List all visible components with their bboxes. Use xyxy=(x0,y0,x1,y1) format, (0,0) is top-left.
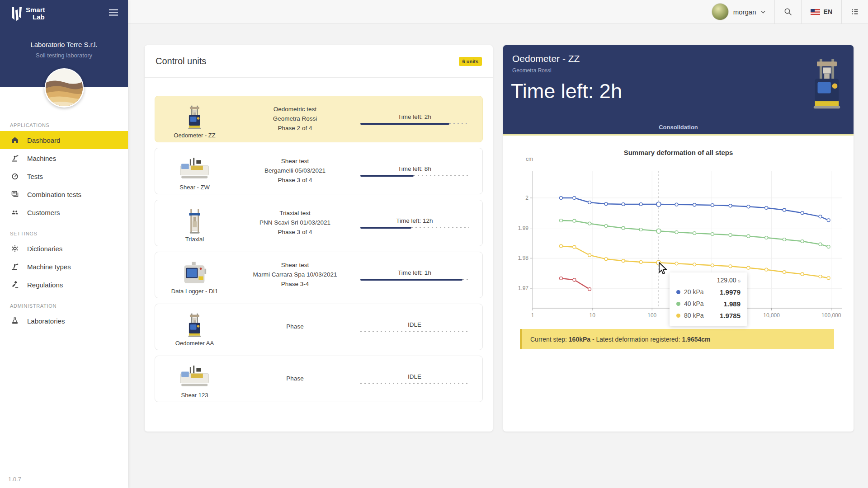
control-unit-row-shear-zw[interactable]: Shear - ZWShear testBergamelli 05/03/202… xyxy=(155,148,483,194)
sidebar-item-label: Dictionaries xyxy=(27,245,62,253)
sidebar-item-label: Machines xyxy=(27,155,56,162)
machine-name: Oedometer - ZZ xyxy=(174,132,215,139)
unit-info-line: Oedometric test xyxy=(234,105,356,114)
gear-icon xyxy=(10,244,19,253)
control-unit-row-shear-123[interactable]: Shear 123PhaseIDLE xyxy=(155,356,483,402)
sidebar-section-administration: ADMINISTRATION xyxy=(0,299,128,312)
control-units-title: Control units xyxy=(156,56,206,66)
unit-info-line: Shear test xyxy=(234,261,356,270)
sidebar-item-label: Customers xyxy=(27,209,60,216)
avatar xyxy=(712,3,729,20)
control-unit-row-oedometer-aa[interactable]: Oedometer AAPhaseIDLE xyxy=(155,304,483,350)
unit-info-line: Geometra Rossi xyxy=(234,114,356,124)
gavel-icon xyxy=(10,281,19,289)
user-menu[interactable]: morgan xyxy=(703,0,774,23)
speedometer-icon xyxy=(10,172,19,180)
progress-bar xyxy=(360,174,469,177)
sidebar-item-regulations[interactable]: Regulations xyxy=(0,276,128,294)
sidebar-item-dashboard[interactable]: Dashboard xyxy=(0,131,128,149)
machine-image-oedometer xyxy=(186,312,203,338)
progress-bar xyxy=(360,278,469,281)
tooltip-row-20-kpa: 20 kPa1.9979 xyxy=(676,286,741,298)
svg-text:1: 1 xyxy=(531,312,534,319)
username: morgan xyxy=(733,8,756,16)
sidebar-section-settings: SETTINGS xyxy=(0,227,128,239)
unit-status-label: Time left: 12h xyxy=(360,217,469,224)
app-logo: Smart Lab xyxy=(11,6,45,22)
unit-progress: IDLE xyxy=(356,373,482,385)
sidebar: Smart Lab Laboratorio Terre S.r.l. Soil … xyxy=(0,0,128,488)
list-icon xyxy=(851,8,859,16)
control-unit-row-data-logger-di1[interactable]: Data Logger - DI1Shear testMarmi Carrara… xyxy=(155,252,483,298)
cards-icon xyxy=(10,190,19,198)
machine-name: Triaxial xyxy=(185,236,204,243)
sidebar-item-combination-tests[interactable]: Combination tests xyxy=(0,185,128,203)
unit-info-line: Marmi Carrara Spa 10/03/2021 xyxy=(234,270,356,280)
tab-consolidation[interactable]: Consolidation xyxy=(503,124,854,131)
unit-info: Oedometric testGeometra RossiPhase 2 of … xyxy=(234,105,356,133)
unit-info-line: Phase xyxy=(234,374,356,384)
control-units-list: Oedometer - ZZOedometric testGeometra Ro… xyxy=(145,78,493,402)
progress-bar xyxy=(360,382,469,385)
robot-arm-icon xyxy=(10,154,19,162)
unit-info: Triaxial testPNN Scavi Srl 01/03/2021Pha… xyxy=(234,209,356,237)
smartlab-logo-icon xyxy=(11,6,23,22)
progress-bar xyxy=(360,226,469,229)
machine-name: Shear 123 xyxy=(181,392,208,399)
tooltip-series-label: 40 kPa xyxy=(684,300,704,307)
language-selector[interactable]: EN xyxy=(802,0,841,23)
lab-name: Laboratorio Terre S.r.l. xyxy=(0,41,128,48)
sidebar-item-label: Laboratories xyxy=(27,317,65,325)
app-version: 1.0.7 xyxy=(8,476,21,483)
unit-info-line: Phase 3 of 4 xyxy=(234,228,356,237)
svg-text:10: 10 xyxy=(589,312,595,319)
language-code: EN xyxy=(824,8,832,15)
unit-info: Shear testMarmi Carrara Spa 10/03/2021Ph… xyxy=(234,261,356,289)
banner-step: 160kPa xyxy=(569,336,590,343)
time-left-label: Time left: 2h xyxy=(511,80,622,103)
unit-info: Phase xyxy=(234,374,356,384)
brand-top: Smart xyxy=(26,6,45,14)
unit-info: Shear testBergamelli 05/03/2021Phase 3 o… xyxy=(234,157,356,185)
chart-tooltip: 129.00 s 20 kPa1.997940 kPa1.98980 kPa1.… xyxy=(670,272,747,326)
control-unit-row-triaxial[interactable]: TriaxialTriaxial testPNN Scavi Srl 01/03… xyxy=(155,200,483,246)
unit-info-line: Phase 3-4 xyxy=(234,280,356,289)
mouse-cursor xyxy=(657,262,667,275)
tooltip-series-value: 1.989 xyxy=(723,300,741,308)
unit-progress: Time left: 12h xyxy=(356,217,482,229)
list-menu-button[interactable] xyxy=(842,0,868,23)
unit-info-line: Phase 2 of 4 xyxy=(234,124,356,133)
sidebar-item-tests[interactable]: Tests xyxy=(0,167,128,185)
unit-status-label: Time left: 1h xyxy=(360,269,469,276)
sidebar-collapse-icon[interactable] xyxy=(109,9,118,18)
tooltip-series-value: 1.9979 xyxy=(720,288,741,296)
control-unit-row-oedometer-zz[interactable]: Oedometer - ZZOedometric testGeometra Ro… xyxy=(155,96,483,142)
svg-text:100,000: 100,000 xyxy=(821,312,841,319)
tooltip-row-80-kpa: 80 kPa1.9785 xyxy=(676,310,741,321)
machine-photo xyxy=(808,50,845,118)
search-button[interactable] xyxy=(775,0,801,23)
unit-status-label: Time left: 8h xyxy=(360,165,469,172)
sidebar-item-dictionaries[interactable]: Dictionaries xyxy=(0,239,128,258)
unit-progress: IDLE xyxy=(356,321,482,333)
sidebar-item-machines[interactable]: Machines xyxy=(0,149,128,167)
sidebar-item-label: Regulations xyxy=(27,281,63,289)
svg-text:1.98: 1.98 xyxy=(518,255,529,261)
sidebar-item-label: Dashboard xyxy=(27,136,60,144)
unit-info-line: Bergamelli 05/03/2021 xyxy=(234,166,356,176)
tooltip-series-label: 80 kPa xyxy=(684,312,704,319)
machine-name: Shear - ZW xyxy=(179,184,209,191)
sidebar-item-customers[interactable]: Customers xyxy=(0,203,128,221)
control-units-header: Control units 6 units xyxy=(145,45,493,78)
sidebar-item-machine-types[interactable]: Machine types xyxy=(0,258,128,276)
unit-status-label: IDLE xyxy=(360,373,469,380)
machine-name: Data Logger - DI1 xyxy=(171,288,218,295)
sidebar-item-laboratories[interactable]: Laboratories xyxy=(0,312,128,330)
machine-detail-card: Oedometer - ZZ Geometra Rossi Time left:… xyxy=(503,45,854,432)
progress-bar xyxy=(360,330,469,333)
us-flag-icon xyxy=(811,9,820,15)
tooltip-series-value: 1.9785 xyxy=(720,312,741,319)
unit-info: Phase xyxy=(234,322,356,332)
machine-image-triaxial xyxy=(187,208,202,235)
lab-subtitle: Soil testing laboratory xyxy=(0,52,128,59)
